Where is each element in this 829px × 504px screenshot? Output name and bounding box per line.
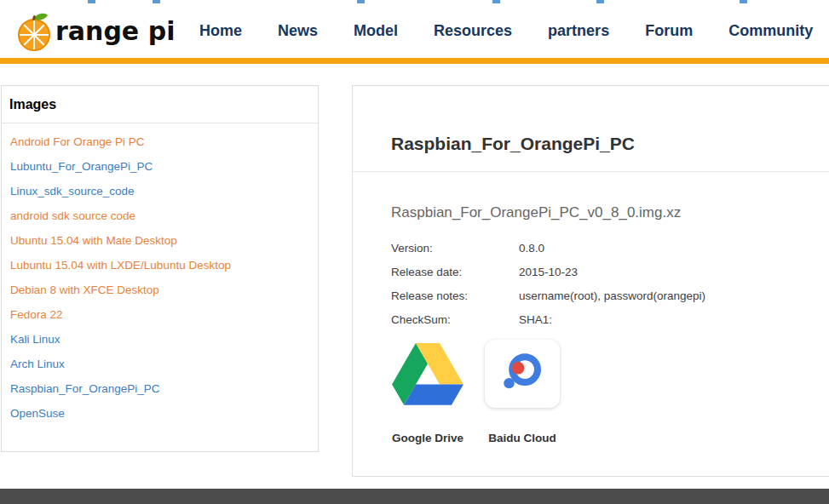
nav-link-partners[interactable]: partners [548,22,609,39]
google-drive-icon [391,340,464,408]
sidebar-title: Images [2,86,318,123]
page-title: Raspbian_For_OrangePi_PC [391,134,803,154]
images-sidebar: Images Android For Orange Pi PCLubuntu_F… [1,85,319,452]
file-fields: Version:0.8.0Release date:2015-10-23Rele… [391,242,803,326]
list-item: Kali Linux [10,327,309,352]
image-link[interactable]: Lubuntu 15.04 with LXDE/Lubuntu Desktop [10,259,231,272]
image-link[interactable]: OpenSuse [10,407,65,420]
image-link[interactable]: Ubuntu 15.04 with Mate Desktop [10,234,177,247]
image-link[interactable]: Debian 8 with XFCE Desktop [10,284,159,296]
top-nav: range pi HomeNewsModelResourcespartnersF… [0,4,829,58]
field-label: Version: [391,242,519,255]
nav-link-resources[interactable]: Resources [434,22,512,39]
nav-item-home[interactable]: Home [199,22,242,40]
field-row: Version:0.8.0 [391,242,803,255]
list-item: Lubuntu_For_OrangePi_PC [10,154,309,179]
nav-item-community[interactable]: Community [728,22,813,40]
browser-edge-artifact [153,0,160,3]
images-list: Android For Orange Pi PCLubuntu_For_Oran… [2,129,318,426]
browser-edge-artifact [596,0,604,3]
list-item: Fedora 22 [10,302,309,327]
image-link[interactable]: Arch Linux [10,358,65,370]
nav-item-forum[interactable]: Forum [645,22,693,40]
google-drive-label: Google Drive [392,432,463,444]
field-row: Release date:2015-10-23 [391,266,803,278]
image-link[interactable]: Android For Orange Pi PC [10,135,145,148]
list-item: Android For Orange Pi PC [10,129,309,154]
baidu-cloud-label: Baidu Cloud [488,432,556,444]
field-label: Release notes: [391,289,519,302]
image-link[interactable]: Lubuntu_For_OrangePi_PC [10,160,153,173]
browser-edge-artifact [492,0,500,3]
list-item: Arch Linux [10,352,309,376]
nav-link-forum[interactable]: Forum [645,22,693,39]
image-link[interactable]: Raspbian_For_OrangePi_PC [10,382,160,395]
orangepi-download-page: range pi HomeNewsModelResourcespartnersF… [0,0,829,504]
field-row: CheckSum:SHA1: [391,313,803,326]
field-value: username(root), password(orangepi) [519,289,803,302]
browser-edge-artifact [88,0,95,3]
brand-accent-bar [0,58,829,64]
download-links: Google Drive Baidu Cloud [391,340,803,444]
logo-text: range pi [55,16,175,46]
nav-item-model[interactable]: Model [354,22,398,40]
footer-bar [0,489,829,504]
list-item: Lubuntu 15.04 with LXDE/Lubuntu Desktop [10,253,309,278]
baidu-cloud-download[interactable]: Baidu Cloud [485,340,560,444]
nav-link-model[interactable]: Model [354,22,398,39]
download-panel: Raspbian_For_OrangePi_PC Raspbian_For_Or… [352,85,829,477]
browser-edge-artifact [357,0,365,3]
field-value: 2015-10-23 [519,266,803,278]
orangepi-logo[interactable]: range pi [14,11,174,52]
list-item: android sdk source code [10,203,309,228]
title-divider [353,171,829,172]
list-item: OpenSuse [10,401,309,426]
field-value: SHA1: [519,313,803,326]
field-value: 0.8.0 [519,242,803,255]
field-label: Release date: [391,266,519,278]
list-item: Debian 8 with XFCE Desktop [10,278,309,302]
list-item: Raspbian_For_OrangePi_PC [10,376,309,401]
list-item: Ubuntu 15.04 with Mate Desktop [10,228,309,253]
image-link[interactable]: Kali Linux [10,333,60,346]
image-link[interactable]: Linux_sdk_source_code [10,185,135,198]
list-item: Linux_sdk_source_code [10,179,309,203]
image-link[interactable]: Fedora 22 [10,308,63,321]
orange-fruit-icon [14,11,55,52]
nav-menu: HomeNewsModelResourcespartnersForumCommu… [199,22,813,40]
nav-item-news[interactable]: News [278,22,318,40]
browser-edge-artifact [740,0,747,3]
nav-link-home[interactable]: Home [199,22,242,39]
nav-item-partners[interactable]: partners [548,22,609,40]
image-link[interactable]: android sdk source code [10,209,135,222]
nav-link-news[interactable]: News [278,22,318,39]
field-row: Release notes:username(root), password(o… [391,289,803,302]
nav-link-community[interactable]: Community [728,22,813,39]
google-drive-download[interactable]: Google Drive [391,340,464,444]
baidu-cloud-icon [485,340,560,408]
nav-item-resources[interactable]: Resources [434,22,512,40]
field-label: CheckSum: [391,313,519,326]
file-name: Raspbian_For_OrangePi_PC_v0_8_0.img.xz [391,204,803,221]
